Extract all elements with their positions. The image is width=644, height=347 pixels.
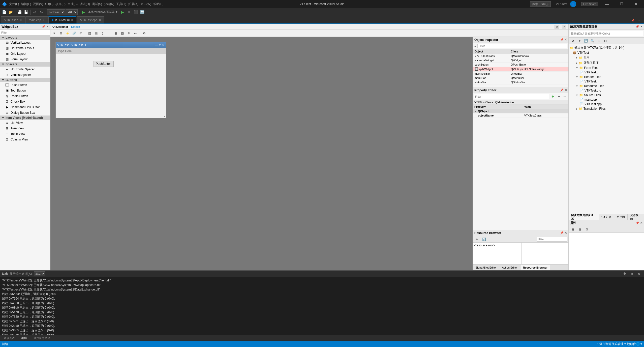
open-btn[interactable]: 📂 — [8, 9, 14, 15]
category-layouts[interactable]: ▼ Layouts — [0, 35, 50, 40]
pe-val-objectname[interactable]: VTKTestClass — [523, 113, 568, 118]
vs-menu-test[interactable]: 测试(S) — [92, 2, 102, 6]
debug-target[interactable]: 本地 Windows 调试器 ▶ — [87, 10, 119, 14]
se-folder-translations[interactable]: ▶ 📁 Translation Files — [569, 106, 644, 111]
se-project-root[interactable]: 📦 VTKTest — [569, 50, 644, 55]
search-input[interactable]: 搜索 (Ctrl+Q) — [532, 2, 548, 6]
vs-menu-tools[interactable]: 工具(T) — [116, 2, 126, 6]
restore-button[interactable]: ❐ — [616, 0, 627, 8]
se-folder-resources[interactable]: ▼ 📁 Resource Files — [569, 84, 644, 88]
tab-maincpp[interactable]: main.cpp ✕ — [25, 16, 48, 23]
canvas-frame[interactable]: VTKTest - VTKTest.ui — □ ✕ Type Here: — [50, 37, 473, 270]
se-properties-btn[interactable]: ⚙ — [570, 38, 576, 44]
se-filter-btn[interactable]: 🔍 — [589, 38, 595, 44]
qt-pointer-tool[interactable]: ↖ — [51, 31, 57, 36]
widget-grid-layout[interactable]: ▦ Grid Layout — [0, 51, 50, 56]
se-pin-btn[interactable]: 📌 — [636, 25, 639, 28]
qt-buddy-tool[interactable]: 🔗 — [71, 31, 77, 36]
widget-horizontal-layout[interactable]: ▥ Horizontal Layout — [0, 45, 50, 51]
form-close-btn[interactable]: ✕ — [162, 43, 165, 47]
qt-layout-splitter-v[interactable]: ☰ — [106, 31, 112, 36]
tab-vtktestui-close[interactable]: ✕ — [71, 19, 73, 21]
se-tab-git-changes[interactable]: Git 更改 — [599, 214, 614, 220]
se-folder-headers[interactable]: ▼ 📁 Header Files — [569, 75, 644, 79]
pe-close-btn[interactable]: ✕ — [565, 89, 567, 92]
qt-tab-order-tool[interactable]: ① — [78, 31, 84, 36]
category-item-views[interactable]: ▼ Item Views (Model-Based) — [0, 115, 50, 120]
vs-menu-view[interactable]: 视图(V) — [33, 2, 43, 6]
close-all-btn[interactable]: ✕ — [636, 17, 642, 23]
props-sort-btn[interactable]: ⊟ — [577, 227, 583, 232]
rb-edit-btn[interactable]: ✏ — [474, 237, 480, 242]
tab-vtktestcpp[interactable]: VTKTest.cpp ✕ — [77, 16, 104, 23]
redo-btn[interactable]: ↪ — [38, 9, 44, 15]
se-file-maincpp[interactable]: 📄 main.cpp — [569, 97, 644, 102]
se-refresh-btn[interactable]: 🔄 — [583, 38, 589, 44]
save-all-btn[interactable]: 💾 — [23, 9, 29, 15]
vs-menu-file[interactable]: 文件(F) — [9, 2, 19, 6]
tab-maincpp-close[interactable]: ✕ — [43, 19, 45, 21]
live-share-btn[interactable]: Live Share — [581, 2, 598, 6]
pe-remove-btn[interactable]: − — [556, 94, 561, 99]
output-float-btn[interactable]: ⧉ — [629, 271, 635, 277]
vs-menu-git[interactable]: Git(G) — [45, 2, 53, 6]
pe-edit-btn[interactable]: ✏ — [562, 94, 567, 99]
vs-menu-project[interactable]: 项目(P) — [55, 2, 66, 6]
widget-tree-view[interactable]: ⊞ Tree View — [0, 126, 50, 131]
user-avatar[interactable]: 👤 — [570, 1, 576, 7]
push-button-widget[interactable]: PushButton — [94, 61, 114, 67]
rb-tab-action-editor[interactable]: Action Editor — [499, 265, 520, 270]
form-max-btn[interactable]: □ — [159, 43, 161, 47]
oi-row-menubar[interactable]: menuBar QMenuBar — [473, 76, 568, 80]
se-show-all-btn[interactable]: 👁 — [576, 38, 582, 44]
se-file-vtktestcpp[interactable]: 📄 VTKTest.cpp — [569, 102, 644, 106]
se-search-input[interactable] — [570, 31, 643, 36]
qt-layout-grid[interactable]: ▦ — [113, 31, 119, 36]
output-source-select[interactable]: 调试 — [34, 271, 45, 276]
rb-close-btn[interactable]: ✕ — [565, 231, 567, 235]
vs-menu-edit[interactable]: 编辑(E) — [21, 2, 31, 6]
se-folder-external[interactable]: ▶ 📁 外部依赖项 — [569, 60, 644, 66]
output-close-btn[interactable]: ✕ — [636, 271, 642, 277]
se-folder-references[interactable]: ▶ 📁 引用 — [569, 55, 644, 60]
vs-menu-build[interactable]: 生成(B) — [68, 2, 78, 6]
qt-settings[interactable]: ⚙ — [141, 31, 147, 36]
widget-dialog-button-box[interactable]: ⊞ Dialog Button Box — [0, 110, 50, 115]
widget-tool-button[interactable]: ▣ Tool Button — [0, 88, 50, 93]
qt-connect-tool[interactable]: ⚡ — [65, 31, 71, 36]
se-folder-sources[interactable]: ▼ 📁 Source Files — [569, 93, 644, 97]
qt-float-btn[interactable]: ⧉ — [555, 25, 559, 29]
vs-menu-help[interactable]: 帮助(H) — [153, 2, 164, 6]
category-spacers[interactable]: ▼ Spacers — [0, 62, 50, 67]
close-button[interactable]: ✕ — [630, 0, 642, 8]
se-expand-btn[interactable]: ⊞ — [596, 38, 602, 44]
pe-filter-input[interactable] — [474, 94, 549, 99]
output-clear-btn[interactable]: 🗑 — [622, 271, 628, 277]
resize-handle[interactable]: ◢ — [164, 115, 166, 118]
vs-menu-window[interactable]: 窗口(W) — [140, 2, 151, 6]
se-tab-class-view[interactable]: 类视图 — [614, 214, 628, 220]
vs-menu-analyze[interactable]: 分析(N) — [104, 2, 114, 6]
pin-btn[interactable]: 📌 — [630, 17, 636, 23]
tab-vtktestui[interactable]: VTKTest.ui ✕ — [48, 16, 76, 23]
props-pin-btn[interactable]: 📌 — [636, 221, 639, 225]
vs-menu-debug[interactable]: 调试(D) — [80, 2, 90, 6]
run-btn[interactable]: ▶ — [80, 9, 86, 15]
widget-box-pin[interactable]: 📌 — [42, 25, 45, 28]
config-selector[interactable]: Release — [47, 9, 65, 15]
undo-btn[interactable]: ↩ — [32, 9, 38, 15]
rb-pin-btn[interactable]: 📌 — [560, 231, 564, 235]
widget-push-button[interactable]: Push Button — [0, 82, 50, 88]
qt-break-layout[interactable]: ⊘ — [126, 31, 132, 36]
qt-adjust-size[interactable]: ⇔ — [132, 31, 138, 36]
platform-selector[interactable]: x64 — [66, 9, 78, 15]
widget-command-link[interactable]: ▶ Command Link Button — [0, 104, 50, 110]
widget-horizontal-spacer[interactable]: ↔ Horizontal Spacer — [0, 67, 50, 72]
form-min-btn[interactable]: — — [155, 43, 158, 47]
rb-refresh-btn[interactable]: 🔄 — [481, 237, 487, 242]
se-file-vtktesth[interactable]: 📄 VTKTest.h — [569, 79, 644, 84]
widget-box-filter[interactable] — [0, 30, 50, 35]
tab-vtktesth-close[interactable]: ✕ — [20, 19, 22, 21]
qt-close-btn[interactable]: ✕ — [562, 25, 566, 28]
run2-btn[interactable]: ▶ — [120, 9, 126, 15]
